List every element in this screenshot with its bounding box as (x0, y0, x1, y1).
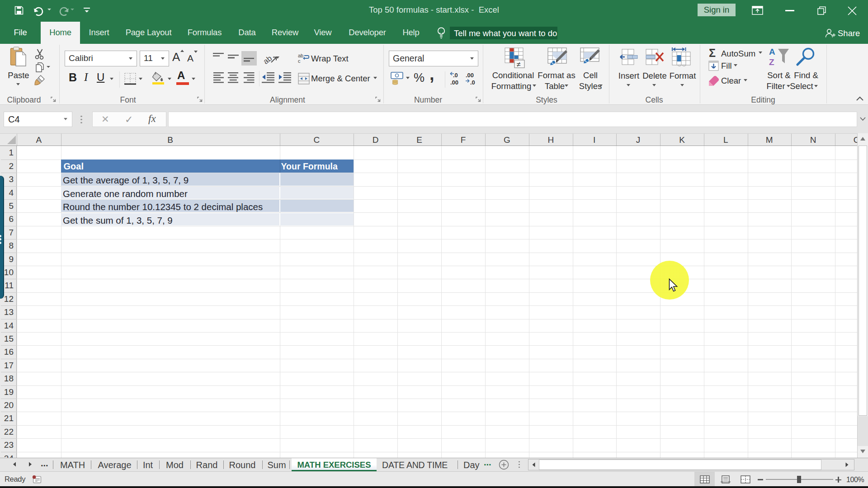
svg-text:ab: ab (298, 53, 303, 58)
svg-text:.0: .0 (470, 79, 475, 86)
svg-text:c: c (298, 58, 301, 64)
svg-text:.00: .00 (466, 72, 474, 79)
svg-text:≠: ≠ (517, 61, 521, 68)
svg-text:Z: Z (769, 57, 774, 67)
svg-text:.00: .00 (450, 79, 458, 86)
svg-text:ab: ab (264, 54, 274, 65)
svg-text:.0: .0 (453, 72, 458, 79)
svg-text:A: A (769, 47, 775, 56)
